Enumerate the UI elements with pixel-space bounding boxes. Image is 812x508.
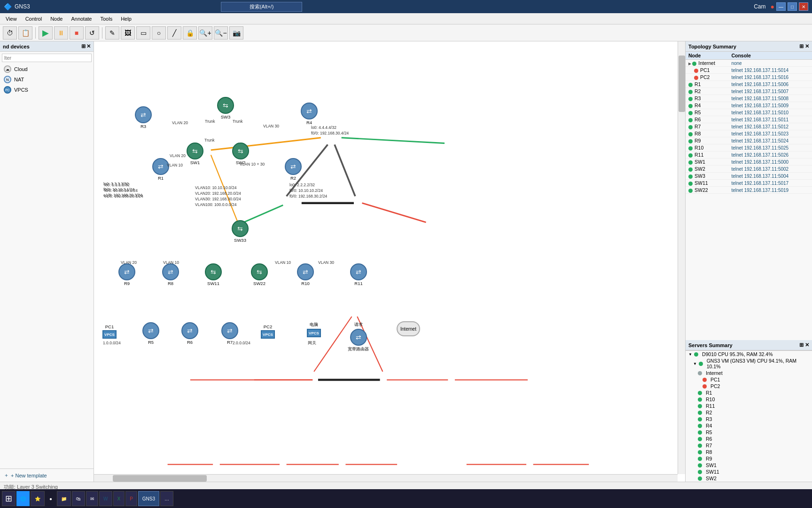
server-item-R9[interactable]: R9	[686, 455, 812, 462]
servers-pin-icon[interactable]: ⊞	[799, 342, 804, 348]
tool-rect[interactable]: ▭	[136, 26, 150, 40]
topology-close-icon[interactable]: ✕	[805, 43, 809, 49]
canvas-area[interactable]: ⇄ R3 lo0: 3.3.3.3/32f0/0: 10.10.3.1/24e1…	[94, 41, 685, 482]
topo-row-R11[interactable]: R11telnet 192.168.137.11:5026	[686, 151, 812, 159]
node-R4[interactable]: ⇄ R4	[301, 103, 318, 125]
node-SW1[interactable]: ⇆ SW1	[187, 143, 203, 165]
panel-icon-1[interactable]: ⊞	[81, 43, 86, 49]
topo-row-R2[interactable]: R2telnet 192.168.137.11:5007	[686, 88, 812, 95]
menu-view[interactable]: View	[2, 15, 21, 23]
topo-row-R4[interactable]: R4telnet 192.168.137.11:5009	[686, 102, 812, 109]
tool-start[interactable]: ▶	[39, 26, 53, 40]
node-R8[interactable]: ⇄ R8	[162, 263, 179, 286]
expand-arrow-Internet[interactable]: ▶	[688, 62, 692, 66]
tool-suspend[interactable]: ⏸	[54, 26, 68, 40]
node-R10[interactable]: ⇄ R10	[297, 263, 314, 286]
tool-zoom-out[interactable]: 🔍−	[214, 26, 228, 40]
server-item-R10[interactable]: R10	[686, 396, 812, 403]
device-vpcs[interactable]: PC VPCS	[0, 85, 94, 95]
taskbar-mail[interactable]: ✉	[86, 491, 98, 506]
server-item-SW2[interactable]: SW2	[686, 475, 812, 482]
server-item-PC1[interactable]: PC1	[686, 376, 812, 383]
topo-row-R10[interactable]: R10telnet 192.168.137.11:5025	[686, 144, 812, 151]
topology-pin-icon[interactable]: ⊞	[799, 43, 804, 49]
node-R9[interactable]: ⇄ R9	[118, 263, 135, 286]
taskbar-star[interactable]: ⭐	[31, 491, 45, 506]
topo-row-R3[interactable]: R3telnet 192.168.137.11:5008	[686, 95, 812, 102]
server-item-R4[interactable]: R4	[686, 422, 812, 429]
taskbar-gns3[interactable]: GNS3	[138, 491, 159, 506]
server-item-SW11[interactable]: SW11	[686, 468, 812, 475]
maximize-btn[interactable]: □	[788, 2, 797, 11]
menu-annotate[interactable]: Annotate	[67, 15, 95, 23]
panel-close-icon[interactable]: ✕	[86, 43, 91, 49]
topo-row-PC2[interactable]: PC2telnet 192.168.137.11:5016	[686, 74, 812, 81]
device-nat[interactable]: N NAT	[0, 74, 94, 85]
server-item-PC2[interactable]: PC2	[686, 383, 812, 389]
node-PC2[interactable]: PC2 VPCS	[261, 324, 275, 339]
minimize-btn[interactable]: —	[776, 2, 786, 11]
node-SW11[interactable]: ⇆ SW11	[205, 263, 222, 286]
tool-lock[interactable]: 🔒	[183, 26, 197, 40]
topo-row-Internet[interactable]: ▶ Internetnone	[686, 60, 812, 67]
topo-row-SW22[interactable]: SW22telnet 192.168.137.11:5019	[686, 187, 812, 194]
tool-screenshot[interactable]: 📷	[229, 26, 243, 40]
record-btn[interactable]: ●	[771, 3, 774, 10]
menu-tools[interactable]: Tools	[96, 15, 116, 23]
node-R2[interactable]: ⇄ R2	[285, 158, 302, 181]
new-template-btn[interactable]: ＋ + New template	[0, 468, 94, 482]
topo-row-R6[interactable]: R6telnet 192.168.137.11:5011	[686, 116, 812, 123]
menu-node[interactable]: Node	[47, 15, 66, 23]
servers-header[interactable]: Servers Summary ⊞ ✕	[686, 340, 812, 350]
tool-zoom-in[interactable]: 🔍+	[198, 26, 212, 40]
topo-row-R9[interactable]: R9telnet 192.168.137.11:5024	[686, 137, 812, 144]
node-R6[interactable]: ⇄ R6	[181, 322, 198, 345]
menu-help[interactable]: Help	[117, 15, 135, 23]
node-R3[interactable]: ⇄ R3	[135, 106, 152, 129]
node-R1[interactable]: ⇄ R1	[152, 158, 169, 181]
tool-line[interactable]: ╱	[167, 26, 181, 40]
server-item-R6[interactable]: R6	[686, 436, 812, 442]
server-item-R11[interactable]: R11	[686, 403, 812, 409]
node-SW22[interactable]: ⇆ SW22	[251, 263, 268, 286]
server-item-D9010-CPU-953-RAM-324[interactable]: ▼ D9010 CPU 95.3%, RAM 32.4%	[686, 351, 812, 357]
node-SW33[interactable]: ⇆ SW33	[232, 220, 249, 243]
server-item-SW1[interactable]: SW1	[686, 462, 812, 468]
taskbar-store[interactable]: 🛍	[72, 491, 85, 506]
node-internet[interactable]: Internet	[397, 321, 420, 336]
taskbar-folder[interactable]: 📁	[57, 491, 71, 506]
node-R11[interactable]: ⇄ R11	[350, 263, 367, 286]
topo-row-PC1[interactable]: PC1telnet 192.168.137.11:5014	[686, 67, 812, 74]
device-cloud[interactable]: ☁ Cloud	[0, 64, 94, 74]
menu-control[interactable]: Control	[22, 15, 46, 23]
server-item-R7[interactable]: R7	[686, 442, 812, 449]
taskbar-start[interactable]: ⊞	[2, 491, 16, 506]
tool-ellipse[interactable]: ○	[152, 26, 166, 40]
tool-reload[interactable]: ↺	[85, 26, 99, 40]
node-PC1[interactable]: PC1 VPCS	[102, 324, 117, 339]
topo-row-SW1[interactable]: SW1telnet 192.168.137.11:5000	[686, 159, 812, 166]
server-item-Internet[interactable]: Internet	[686, 370, 812, 376]
tool-image[interactable]: 🖼	[121, 26, 135, 40]
topo-row-R7[interactable]: R7telnet 192.168.137.11:5012	[686, 123, 812, 130]
taskbar-ppt[interactable]: P	[125, 491, 137, 506]
device-filter-input[interactable]	[2, 54, 92, 62]
tool-stop[interactable]: ■	[70, 26, 84, 40]
taskbar-edge[interactable]: 🌐	[16, 491, 30, 506]
server-item-R5[interactable]: R5	[686, 429, 812, 436]
topo-row-SW2[interactable]: SW2telnet 192.168.137.11:5002	[686, 166, 812, 173]
node-R5[interactable]: ⇄ R5	[142, 322, 159, 345]
topo-row-R8[interactable]: R8telnet 192.168.137.11:5023	[686, 130, 812, 137]
server-item-GNS3-VM-GNS3-VM-CPU-941-RAM-101[interactable]: ▼ GNS3 VM (GNS3 VM) CPU 94.1%, RAM 10.1%	[686, 357, 812, 370]
server-item-R3[interactable]: R3	[686, 416, 812, 422]
taskbar-more[interactable]: …	[160, 491, 173, 506]
topo-row-SW11[interactable]: SW11telnet 192.168.137.11:5017	[686, 180, 812, 187]
topology-header[interactable]: Topology Summary ⊞ ✕	[686, 41, 812, 52]
close-btn[interactable]: ✕	[799, 2, 808, 11]
topo-row-SW3[interactable]: SW3telnet 192.168.137.11:5004	[686, 173, 812, 180]
server-item-R2[interactable]: R2	[686, 409, 812, 416]
taskbar-word[interactable]: W	[99, 491, 112, 506]
topo-row-R1[interactable]: R1telnet 192.168.137.11:5006	[686, 81, 812, 88]
vertical-scrollbar[interactable]	[678, 41, 685, 474]
tool-templates[interactable]: 📋	[18, 26, 32, 40]
